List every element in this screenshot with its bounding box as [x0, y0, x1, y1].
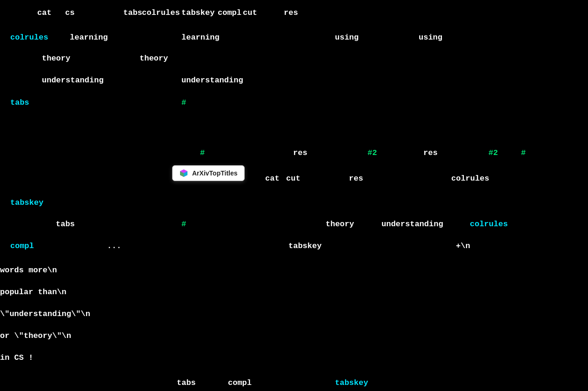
arxiv-icon	[179, 169, 188, 178]
code-text: learning	[181, 33, 220, 42]
code-text: popular than\n	[0, 288, 67, 297]
code-text: tabskey	[288, 242, 321, 250]
code-text: tabs	[56, 220, 75, 229]
code-text: tabskey	[10, 198, 43, 207]
code-text: compl	[10, 242, 34, 250]
code-text: res	[284, 8, 298, 17]
code-text: theory	[140, 54, 168, 63]
code-text: understanding	[381, 220, 443, 229]
code-text: #	[521, 148, 526, 157]
code-text: understanding	[181, 76, 243, 85]
code-text: #2	[368, 148, 377, 157]
code-text: or \"theory\"\n	[0, 331, 71, 340]
code-text: theory	[326, 220, 354, 229]
code-text: colrules	[451, 174, 489, 183]
code-text: #	[200, 148, 205, 157]
code-text: #	[181, 98, 186, 107]
code-text: res	[293, 148, 307, 157]
code-text: colrules	[10, 33, 48, 42]
code-text: tabs	[177, 378, 196, 387]
code-text: colrules	[470, 220, 508, 229]
code-text: compl	[218, 8, 241, 17]
code-text: tabskey	[335, 378, 368, 387]
code-text: ...	[107, 242, 121, 250]
code-text: compl	[228, 378, 252, 387]
code-text: understanding	[42, 76, 104, 85]
arxiv-tooltip[interactable]: ArXivTopTitles	[172, 165, 245, 181]
code-text: res	[349, 174, 363, 183]
code-text: res	[423, 148, 438, 157]
main-content: catcstabscolrulestabskeycomplcutrescolru…	[0, 0, 588, 391]
code-text: tabskey	[181, 8, 214, 17]
code-text: cs	[65, 8, 74, 17]
code-text: theory	[42, 54, 70, 63]
code-text: tabs	[123, 8, 142, 17]
arxiv-label: ArXivTopTitles	[192, 169, 238, 177]
code-text: cut	[286, 174, 301, 183]
code-text: \"understanding\"\n	[0, 310, 90, 318]
code-text: #2	[488, 148, 498, 157]
code-text: words more\n	[0, 266, 57, 275]
code-text: +\n	[456, 242, 470, 250]
code-text: colrules	[142, 8, 180, 17]
code-text: cut	[243, 8, 257, 17]
code-text: in CS !	[0, 353, 33, 362]
code-text: using	[335, 33, 359, 42]
code-text: tabs	[10, 98, 29, 107]
code-text: learning	[70, 33, 108, 42]
code-text: cat	[265, 174, 280, 183]
code-text: using	[419, 33, 442, 42]
code-text: #	[181, 220, 186, 229]
code-text: cat	[37, 8, 52, 17]
